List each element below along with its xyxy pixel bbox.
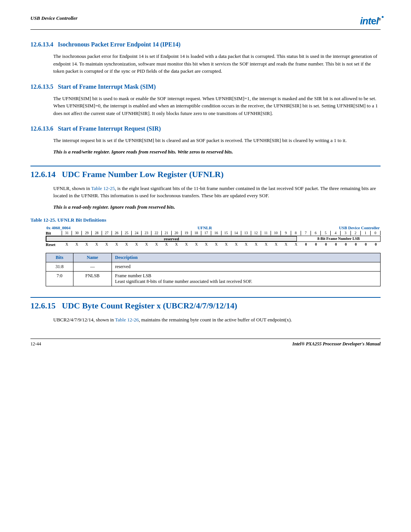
bit-number-cell: 27 bbox=[102, 231, 112, 235]
register-field-row: reserved 8-Bit Frame Number LSB bbox=[46, 236, 381, 242]
desc-cell: Frame number LSBLeast significant 8-bits… bbox=[112, 271, 381, 286]
reset-cell: 0 bbox=[311, 242, 321, 246]
bit-table-area: 0x 4060_0064 UFNLR USB Device Controller… bbox=[46, 225, 381, 247]
desc-table-body: 31:8—reserved7:0FNLSBFrame number LSBLea… bbox=[46, 262, 381, 286]
reset-cell: X bbox=[161, 242, 171, 246]
bit-number-cell: 18 bbox=[191, 231, 201, 235]
bit-number-cell: 8 bbox=[291, 231, 301, 235]
bit-number-cell: 29 bbox=[81, 231, 91, 235]
bit-number-cell: 23 bbox=[141, 231, 151, 235]
table-12-25-link[interactable]: Table 12-25 bbox=[91, 185, 115, 191]
reset-cell: X bbox=[72, 242, 81, 246]
desc-table: Bits Name Description 31:8—reserved7:0FN… bbox=[46, 253, 381, 286]
bit-number-cell: 12 bbox=[251, 231, 261, 235]
reset-cell: 0 bbox=[341, 242, 350, 246]
section-12-6-13-6-note: This is a read/write register. Ignore re… bbox=[53, 149, 381, 155]
reset-cell: X bbox=[291, 242, 301, 246]
table-12-25-caption: Table 12-25. UFNLR Bit Definitions bbox=[30, 217, 381, 223]
col-desc: Description bbox=[112, 253, 381, 262]
reset-cell: X bbox=[142, 242, 151, 246]
bit-number-cell: 16 bbox=[211, 231, 221, 235]
bit-number-cells: 3130292827262524232221201918171615141312… bbox=[62, 231, 381, 235]
reset-cell: X bbox=[151, 242, 161, 246]
reset-cell: X bbox=[102, 242, 112, 246]
reset-cell: X bbox=[201, 242, 211, 246]
section-12-6-14-body: UFNLR, shown in Table 12-25, is the eigh… bbox=[53, 185, 381, 200]
bit-row-label: Bit bbox=[46, 231, 62, 235]
intel-logo-text: intel bbox=[360, 15, 378, 27]
bit-number-cell: 20 bbox=[171, 231, 181, 235]
8bit-field: 8-Bit Frame Number LSB bbox=[297, 236, 380, 241]
section-12-6-15-heading: 12.6.15 UDC Byte Count Register x (UBCR2… bbox=[30, 297, 381, 311]
intel-logo-dot bbox=[382, 16, 384, 18]
reset-cell: X bbox=[221, 242, 231, 246]
col-bits: Bits bbox=[46, 253, 73, 262]
bit-number-cell: 4 bbox=[330, 231, 340, 235]
reset-row: Reset XXXXXXXXXXXXXXXXXXXXXXXX00000000 bbox=[46, 242, 381, 247]
intel-reg-symbol: ® bbox=[378, 18, 381, 21]
reset-cell: 0 bbox=[321, 242, 331, 246]
reset-cell: X bbox=[271, 242, 281, 246]
reset-cell: X bbox=[251, 242, 261, 246]
name-cell: — bbox=[73, 262, 112, 271]
bits-cell: 31:8 bbox=[46, 262, 73, 271]
bit-number-cell: 5 bbox=[320, 231, 330, 235]
reset-cell: 0 bbox=[361, 242, 371, 246]
bit-number-cell: 0 bbox=[370, 231, 381, 235]
header-title: USB Device Controller bbox=[30, 15, 78, 21]
reset-cell: X bbox=[181, 242, 191, 246]
bit-number-cell: 1 bbox=[360, 231, 370, 235]
reset-cell: X bbox=[231, 242, 241, 246]
bit-number-cell: 25 bbox=[121, 231, 131, 235]
reset-cell: X bbox=[131, 242, 141, 246]
bit-number-cell: 3 bbox=[340, 231, 350, 235]
desc-cell: reserved bbox=[112, 262, 381, 271]
bit-number-cell: 21 bbox=[161, 231, 171, 235]
table-12-26-link[interactable]: Table 12-26 bbox=[115, 317, 139, 323]
bit-number-cell: 13 bbox=[241, 231, 251, 235]
reset-cell: X bbox=[281, 242, 291, 246]
bits-cell: 7:0 bbox=[46, 271, 73, 286]
bit-number-cell: 11 bbox=[261, 231, 271, 235]
reset-cell: X bbox=[191, 242, 201, 246]
name-cell: FNLSB bbox=[73, 271, 112, 286]
bit-number-cell: 31 bbox=[62, 231, 72, 235]
bit-number-cell: 6 bbox=[311, 231, 320, 235]
bit-table-meta: 0x 4060_0064 UFNLR USB Device Controller bbox=[46, 225, 381, 230]
reset-cell: X bbox=[171, 242, 181, 246]
reset-cell: X bbox=[112, 242, 121, 246]
reset-cells: XXXXXXXXXXXXXXXXXXXXXXXX00000000 bbox=[62, 242, 381, 246]
section-12-6-15-body: UBCR2/4/7/9/12/14, shown in Table 12-26,… bbox=[53, 316, 381, 324]
reset-cell: X bbox=[241, 242, 251, 246]
bit-number-cell: 14 bbox=[231, 231, 241, 235]
bit-number-cell: 15 bbox=[221, 231, 231, 235]
bit-number-cell: 9 bbox=[280, 231, 290, 235]
reset-label: Reset bbox=[46, 242, 62, 247]
reset-cell: X bbox=[92, 242, 102, 246]
page: USB Device Controller intel® 12.6.13.4 I… bbox=[0, 0, 411, 370]
bit-number-cell: 26 bbox=[112, 231, 121, 235]
bit-number-cell: 7 bbox=[301, 231, 311, 235]
section-12-6-14-note: This is a read-only register. Ignore rea… bbox=[53, 204, 381, 210]
section-12-6-14-heading: 12.6.14 UDC Frame Number Low Register (U… bbox=[30, 166, 381, 179]
section-12-6-13-5-body: The UFNHR[SIM] bit is used to mask or en… bbox=[53, 95, 381, 117]
bit-numbers-row: Bit 313029282726252423222120191817161514… bbox=[46, 231, 381, 235]
bit-number-cell: 30 bbox=[72, 231, 81, 235]
reset-cell: 0 bbox=[301, 242, 311, 246]
reset-cell: X bbox=[81, 242, 91, 246]
reset-cell: 0 bbox=[350, 242, 360, 246]
section-12-6-13-5-heading: 12.6.13.5 Start of Frame Interrupt Mask … bbox=[30, 83, 381, 90]
table-row: 31:8—reserved bbox=[46, 262, 381, 271]
bit-number-cell: 19 bbox=[181, 231, 191, 235]
col-name: Name bbox=[73, 253, 112, 262]
section-12-6-13-6-body: The interrupt request bit is set if the … bbox=[53, 137, 381, 144]
bit-number-cell: 22 bbox=[151, 231, 161, 235]
bit-number-cell: 17 bbox=[201, 231, 211, 235]
footer-doc-title: Intel® PXA255 Processor Developer's Manu… bbox=[292, 341, 381, 347]
reset-cell: X bbox=[211, 242, 221, 246]
footer-page-number: 12-44 bbox=[30, 341, 41, 347]
section-12-6-13-4-body: The isochronous packet error for Endpoin… bbox=[53, 53, 381, 75]
reset-cell: 0 bbox=[331, 242, 341, 246]
page-header: USB Device Controller intel® bbox=[30, 15, 381, 30]
desc-table-header-row: Bits Name Description bbox=[46, 253, 381, 262]
